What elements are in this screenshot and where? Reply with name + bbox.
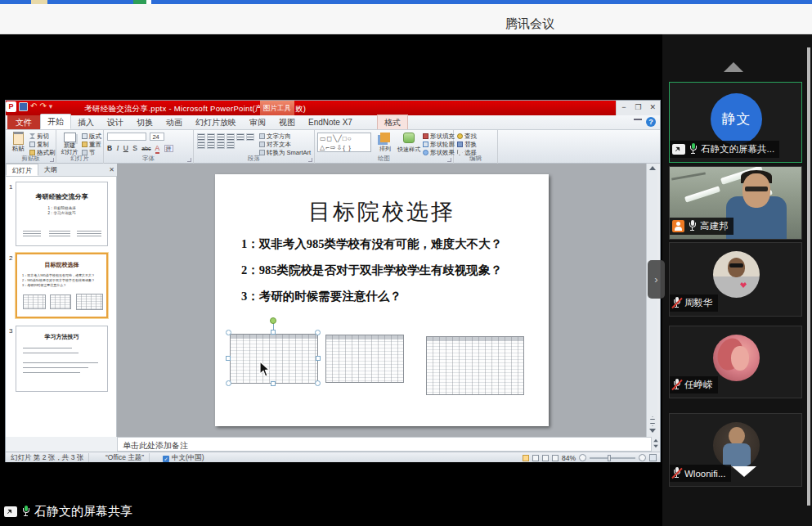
help-icon[interactable]: ? [646, 117, 656, 127]
zoom-slider-thumb[interactable] [608, 455, 611, 461]
selection-handle[interactable] [271, 381, 276, 386]
slide-thumbnail-3[interactable]: 学习方法技巧 [16, 326, 108, 392]
quick-styles-button[interactable]: 快速样式 [397, 133, 421, 154]
text-direction-button[interactable]: 文字方向 [259, 133, 311, 140]
selection-handle[interactable] [226, 380, 231, 386]
justify-icon[interactable] [217, 142, 225, 149]
pane-close-icon[interactable]: ✕ [109, 166, 114, 173]
slide-bullet-2[interactable]: 2：985类院校是否对于双非学校学生有歧视现象？ [241, 263, 502, 278]
indent-decrease-icon[interactable] [217, 133, 225, 141]
align-text-button[interactable]: 对齐文本 [259, 141, 311, 148]
selection-handle[interactable] [316, 356, 321, 361]
italic-button[interactable]: I [117, 144, 119, 152]
pinyin-button[interactable]: 拼 [164, 145, 173, 152]
reset-button[interactable]: 重置 [82, 141, 101, 148]
participant-tile-renzhengrong[interactable]: 任峥嵘 [669, 326, 802, 398]
columns-icon[interactable] [227, 142, 235, 149]
scroll-up-icon[interactable] [649, 166, 656, 170]
slide-bullet-1[interactable]: 1：双非考入985类学校有没有可能，难度大不大？ [241, 236, 502, 252]
dialog-launcher-icon[interactable] [308, 158, 312, 162]
tab-file[interactable]: 文件 [7, 115, 40, 129]
tab-design[interactable]: 设计 [101, 115, 130, 129]
selection-handle[interactable] [226, 330, 231, 335]
language-indicator[interactable]: ✓中文(中国) [158, 453, 209, 462]
table-image-2[interactable] [325, 335, 404, 383]
qat-customize-icon[interactable]: ▾ [49, 102, 53, 110]
save-icon[interactable] [19, 102, 28, 111]
paste-button[interactable]: 粘贴 [8, 132, 28, 155]
shape-fill-button[interactable]: 形状填充 [423, 133, 455, 140]
slide-bullet-3[interactable]: 3：考研的时候需要注意什么？ [241, 289, 402, 304]
shapes-gallery[interactable]: ▭◻╲╱□○ △⌐⇨⇩{ } [317, 133, 371, 152]
find-button[interactable]: 查找 [457, 133, 477, 140]
minimize-button[interactable]: − [617, 101, 631, 115]
underline-button[interactable]: U [123, 144, 128, 152]
shape-outline-button[interactable]: 形状轮廓 [423, 141, 455, 148]
font-color-button[interactable]: A [155, 144, 160, 154]
zoom-slider[interactable] [590, 457, 635, 459]
rotate-handle[interactable] [270, 317, 276, 324]
replace-button[interactable]: 替换 [457, 141, 477, 148]
undo-icon[interactable]: ↶ [30, 101, 37, 111]
selection-handle[interactable] [271, 330, 276, 335]
layout-button[interactable]: 版式 [82, 133, 101, 140]
tab-endnote[interactable]: EndNote X7 [302, 115, 359, 129]
reading-view-button[interactable] [542, 455, 549, 461]
participant-tile-zhouyihua[interactable]: 周毅华 [669, 242, 802, 317]
notes-pane[interactable]: 单击此处添加备注 [117, 437, 652, 452]
zoom-out-button[interactable] [579, 454, 586, 461]
slide-scrollbar[interactable] [646, 164, 657, 437]
notes-placeholder[interactable]: 单击此处添加备注 [123, 440, 188, 452]
font-name-combo[interactable] [107, 133, 146, 141]
new-slide-button[interactable]: 新建 幻灯片 [59, 133, 80, 155]
pane-tab-slides[interactable]: 幻灯片 [6, 164, 38, 176]
selection-handle[interactable] [315, 330, 321, 335]
scroll-participants-down-icon[interactable] [732, 466, 756, 477]
selection-handle[interactable] [226, 356, 231, 361]
tab-home[interactable]: 开始 [40, 114, 71, 129]
table-image-3[interactable] [426, 336, 524, 395]
tab-format[interactable]: 格式 [377, 115, 408, 129]
slideshow-view-button[interactable] [552, 455, 559, 461]
sidebar-scrollbar[interactable] [807, 47, 810, 506]
tab-slideshow[interactable]: 幻灯片放映 [189, 115, 243, 129]
slide-sorter-view-button[interactable] [532, 455, 539, 461]
scroll-participants-up-icon[interactable] [724, 62, 743, 72]
dialog-launcher-icon[interactable] [187, 158, 191, 162]
dialog-launcher-icon[interactable] [447, 158, 451, 162]
tab-animations[interactable]: 动画 [159, 115, 189, 129]
sidebar-collapse-handle[interactable]: › [648, 260, 665, 299]
bold-button[interactable]: B [107, 144, 112, 152]
copy-button[interactable]: 复制 [29, 141, 56, 148]
tab-view[interactable]: 视图 [272, 115, 302, 129]
ppt-titlebar[interactable]: P ↶ ↷ ▾ 考研经验交流分享.pptx - Microsoft PowerP… [6, 101, 660, 115]
participant-tile-gaojianbang[interactable]: 高建邦 [669, 166, 802, 240]
dialog-launcher-icon[interactable] [50, 158, 54, 162]
align-center-icon[interactable] [197, 142, 205, 149]
collapse-ribbon-icon[interactable] [634, 119, 642, 125]
tab-transitions[interactable]: 切换 [130, 115, 159, 129]
cut-button[interactable]: 剪切 [29, 133, 56, 140]
next-slide-icon[interactable] [649, 422, 656, 426]
table-image-1-selected[interactable] [230, 334, 318, 384]
restore-button[interactable]: ❐ [631, 101, 646, 115]
slide-thumbnail-2-selected[interactable]: 目标院校选择 1：双非考入985类学校有没有可能，难度大不大？ 2：985类院校… [16, 253, 108, 318]
scroll-down-icon[interactable] [649, 429, 656, 433]
tab-insert[interactable]: 插入 [71, 115, 101, 129]
powerpoint-logo-icon[interactable]: P [6, 101, 16, 112]
numbering-icon[interactable] [207, 133, 215, 141]
meeting-titlebar[interactable]: 腾讯会议 [0, 4, 812, 34]
close-button[interactable]: ✕ [645, 101, 660, 115]
tab-review[interactable]: 审阅 [243, 115, 272, 129]
participant-tile-shijingwen[interactable]: 静文 石静文的屏幕共... [669, 82, 802, 163]
line-spacing-icon[interactable] [236, 133, 244, 141]
slide-title[interactable]: 目标院校选择 [215, 197, 549, 227]
align-left-icon[interactable] [246, 133, 254, 141]
normal-view-button[interactable] [523, 455, 529, 461]
arrange-button[interactable]: 排列 [375, 133, 396, 153]
pane-tab-outline[interactable]: 大纲 [38, 164, 63, 176]
font-size-combo[interactable]: 24 [150, 133, 164, 141]
fit-to-window-button[interactable] [649, 454, 657, 461]
shadow-button[interactable]: S [132, 144, 137, 152]
notes-scrollbar[interactable] [652, 437, 660, 452]
